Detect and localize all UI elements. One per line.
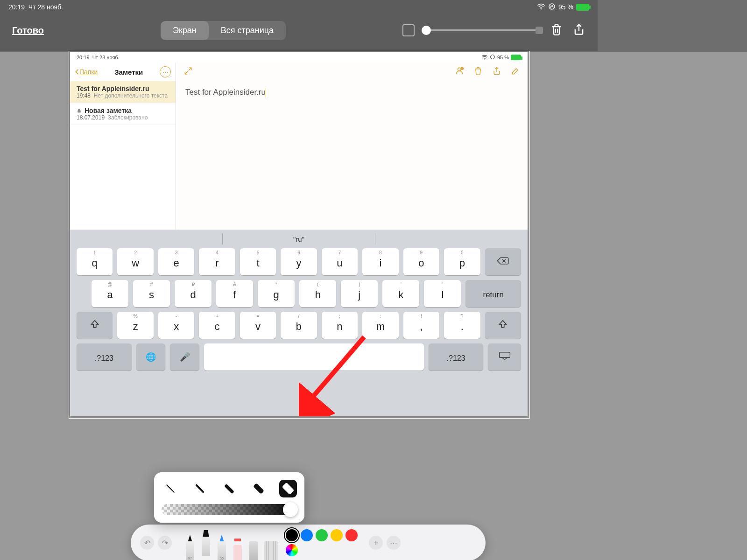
- note-list-item[interactable]: Test for Appleinsider.ru19:48 Нет дополн…: [70, 81, 176, 103]
- battery-icon: [576, 4, 589, 11]
- key-a[interactable]: @a: [92, 280, 128, 307]
- key-k[interactable]: 'k: [382, 280, 419, 307]
- status-time: 20:19: [8, 3, 25, 11]
- key-r[interactable]: 4r: [199, 248, 235, 275]
- key-x[interactable]: -x: [158, 312, 194, 339]
- space-key[interactable]: [204, 343, 424, 371]
- segment-fullpage[interactable]: Вся страница: [209, 21, 286, 40]
- svg-point-3: [490, 55, 494, 59]
- key-f[interactable]: &f: [216, 280, 253, 307]
- key-b[interactable]: /b: [281, 312, 317, 339]
- rotation-lock-icon: [548, 3, 556, 12]
- key-t[interactable]: 5t: [240, 248, 276, 275]
- key-j[interactable]: )j: [341, 280, 378, 307]
- shift-key[interactable]: [77, 312, 113, 339]
- note-content-area: Test for Appleinsider.ru: [176, 63, 528, 230]
- key-q[interactable]: 1q: [77, 248, 113, 275]
- onscreen-keyboard: "ru" 1q2w3e4r5t6y7u8i9o0p @a#s₽d&f*g(h)j…: [70, 230, 528, 416]
- battery-icon: [511, 55, 521, 60]
- status-date: Чт 28 нояб.: [28, 3, 63, 11]
- wifi-icon: [537, 3, 545, 11]
- key-d[interactable]: ₽d: [175, 280, 211, 307]
- opacity-toggle-icon[interactable]: [402, 24, 415, 36]
- note-list-item[interactable]: Новая заметка18.07.2019 Заблокировано: [70, 103, 176, 125]
- numbers-key-right[interactable]: .?123: [429, 343, 484, 371]
- key-z[interactable]: %z: [117, 312, 153, 339]
- share-button[interactable]: [572, 23, 585, 38]
- crop-mode-segment[interactable]: Экран Вся страница: [161, 21, 286, 40]
- key-c[interactable]: +c: [199, 312, 235, 339]
- back-button[interactable]: Папки: [75, 68, 98, 76]
- backspace-key[interactable]: [485, 248, 521, 275]
- share-icon[interactable]: [492, 66, 501, 77]
- key-.[interactable]: ?.: [444, 312, 480, 339]
- key-h[interactable]: (h: [299, 280, 336, 307]
- svg-rect-6: [499, 352, 510, 357]
- inner-status-bar: 20:19 Чт 28 нояб. 95 %: [70, 52, 528, 63]
- rotation-lock-icon: [490, 54, 495, 61]
- done-button[interactable]: Готово: [12, 25, 44, 36]
- key-,[interactable]: !,: [403, 312, 439, 339]
- expand-icon[interactable]: [183, 66, 193, 78]
- key-o[interactable]: 9o: [403, 248, 439, 275]
- key-l[interactable]: "l: [424, 280, 461, 307]
- screenshot-preview[interactable]: 20:19 Чт 28 нояб. 95 % Папки Заметки ⋯ T: [70, 52, 528, 416]
- key-s[interactable]: #s: [133, 280, 170, 307]
- opacity-slider-outer[interactable]: [424, 29, 541, 31]
- key-e[interactable]: 3e: [158, 248, 194, 275]
- notes-sidebar: Папки Заметки ⋯ Test for Appleinsider.ru…: [70, 63, 176, 230]
- trash-icon[interactable]: [473, 66, 483, 77]
- globe-key[interactable]: 🌐: [136, 343, 166, 371]
- key-n[interactable]: ;n: [322, 312, 358, 339]
- note-body-text[interactable]: Test for Appleinsider.ru: [176, 81, 528, 104]
- trash-button[interactable]: [550, 23, 563, 38]
- predictive-bar[interactable]: "ru": [70, 230, 528, 248]
- shift-key-right[interactable]: [485, 312, 521, 339]
- key-v[interactable]: =v: [240, 312, 276, 339]
- svg-point-2: [484, 58, 485, 59]
- key-i[interactable]: 8i: [362, 248, 398, 275]
- more-options-button[interactable]: ⋯: [160, 66, 171, 77]
- key-u[interactable]: 7u: [322, 248, 358, 275]
- hide-keyboard-key[interactable]: [488, 343, 521, 371]
- key-m[interactable]: :m: [362, 312, 398, 339]
- key-y[interactable]: 6y: [281, 248, 317, 275]
- battery-percent: 95 %: [558, 3, 573, 11]
- wifi-icon: [481, 55, 488, 61]
- segment-screen[interactable]: Экран: [161, 21, 209, 40]
- key-w[interactable]: 2w: [117, 248, 153, 275]
- mic-key[interactable]: 🎤: [170, 343, 199, 371]
- compose-icon[interactable]: [511, 66, 520, 77]
- key-p[interactable]: 0p: [444, 248, 480, 275]
- svg-point-4: [458, 68, 461, 71]
- outer-status-bar: 20:19 Чт 28 нояб. 95 %: [0, 0, 598, 14]
- svg-point-0: [541, 8, 542, 9]
- sidebar-title: Заметки: [101, 68, 156, 76]
- numbers-key[interactable]: .?123: [77, 343, 132, 371]
- key-g[interactable]: *g: [258, 280, 295, 307]
- collaborate-icon[interactable]: [455, 66, 464, 77]
- return-key[interactable]: return: [465, 280, 521, 307]
